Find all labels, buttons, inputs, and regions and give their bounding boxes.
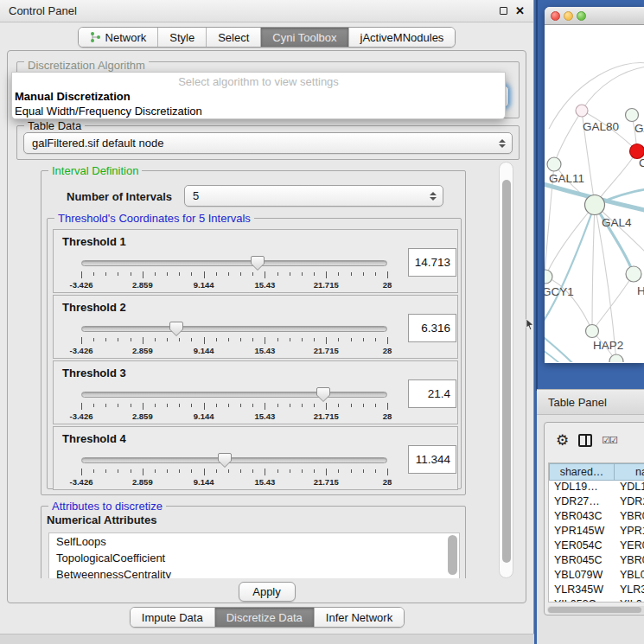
table-cell: YDR2	[615, 495, 644, 510]
threshold-value-field[interactable]: 11.344	[408, 445, 456, 474]
attribute-list-item[interactable]: TopologicalCoefficient	[49, 550, 459, 566]
tick-mark	[252, 272, 253, 276]
node-bottom-partial[interactable]	[609, 354, 623, 362]
tick-mark	[314, 272, 315, 276]
slider-ticks	[81, 469, 387, 476]
node-top-right[interactable]	[626, 109, 639, 122]
network-window-titlebar[interactable]	[545, 7, 644, 25]
close-traffic-light-icon[interactable]	[551, 11, 560, 21]
scrollbar-thumb[interactable]	[502, 180, 511, 563]
minimize-traffic-light-icon[interactable]	[564, 11, 573, 21]
tick-mark	[265, 271, 265, 278]
float-window-icon[interactable]	[500, 7, 507, 15]
dropdown-option[interactable]: Equal Width/Frequency Discretization	[12, 104, 505, 118]
tab-discretize-data[interactable]: Discretize Data	[215, 608, 315, 627]
table-data-select[interactable]: galFiltered.sif default node	[23, 132, 513, 154]
zoom-traffic-light-icon[interactable]	[577, 11, 586, 21]
threshold-label: Threshold 4	[62, 432, 126, 445]
tab-select[interactable]: Select	[207, 28, 261, 47]
tick-mark	[277, 338, 278, 341]
tick-label: 2.859	[132, 477, 153, 487]
slider-track[interactable]	[81, 392, 387, 398]
tick-mark	[326, 337, 327, 344]
node-gal4[interactable]	[585, 195, 605, 215]
node-hap2[interactable]	[586, 325, 599, 338]
threshold-value-field[interactable]: 6.316	[408, 314, 456, 342]
tick-label: 9.144	[194, 280, 214, 290]
numerical-attributes-list[interactable]: SelfLoopsTopologicalCoefficientBetweenne…	[48, 532, 460, 578]
table-row[interactable]: YIL053CYIL0	[549, 598, 644, 603]
column-header-1[interactable]: shared…	[549, 463, 615, 481]
threshold-slider[interactable]: -3.4262.8599.14415.4321.71528	[81, 453, 387, 488]
column-layout-icon[interactable]	[578, 434, 592, 447]
close-icon[interactable]: ✕	[515, 5, 525, 16]
node-gal11[interactable]	[547, 157, 561, 171]
table-row[interactable]: YDR27…YDR2	[549, 495, 644, 510]
node-gcy1[interactable]	[545, 270, 552, 284]
dropdown-option[interactable]: Manual Discretization	[12, 89, 505, 104]
table-cell: YER054C	[549, 539, 615, 554]
table-row[interactable]: YBR043CYBR0	[549, 510, 644, 525]
tick-mark	[363, 272, 364, 276]
tick-mark	[326, 403, 327, 410]
slider-track[interactable]	[81, 457, 387, 463]
tab-jactivemnodules[interactable]: jActiveMNodules	[349, 28, 456, 47]
label-c-clipped: C	[639, 156, 644, 169]
tab-impute-data[interactable]: Impute Data	[131, 608, 215, 627]
tick-mark	[326, 469, 327, 475]
attribute-list-item[interactable]: SelfLoops	[49, 533, 459, 550]
hscrollbar-thumb[interactable]	[548, 607, 641, 613]
settings-vertical-scrollbar[interactable]	[499, 162, 513, 578]
tick-mark	[118, 272, 118, 276]
threshold-slider[interactable]: -3.4262.8599.14415.4321.71528	[81, 256, 387, 290]
mouse-cursor	[526, 319, 534, 334]
tick-label: 28	[383, 477, 392, 487]
threshold-slider[interactable]: -3.4262.8599.14415.4321.71528	[81, 387, 387, 422]
tick-mark	[204, 271, 205, 278]
threshold-value-field[interactable]: 14.713	[408, 248, 456, 277]
tab-cyni-toolbox[interactable]: Cyni Toolbox	[261, 28, 348, 47]
table-row[interactable]: YDL19…YDL1	[549, 481, 644, 495]
tab-infer-network[interactable]: Infer Network	[315, 608, 404, 627]
table-row[interactable]: YER054CYER0	[549, 539, 644, 554]
tick-label: 9.144	[194, 477, 214, 487]
select-columns-icon[interactable]: ☑☑	[602, 435, 617, 446]
tick-label: 21.715	[314, 280, 339, 290]
threshold-slider[interactable]: -3.4262.8599.14415.4321.71528	[81, 322, 387, 356]
tick-mark	[81, 403, 82, 410]
interval-definition-group: Interval Definition Number of Intervals …	[41, 170, 466, 495]
table-row[interactable]: YLR345WYLR3	[549, 583, 644, 598]
slider-handle[interactable]	[169, 321, 183, 337]
attribute-list-item[interactable]: BetweennessCentrality	[49, 566, 459, 578]
slider-handle[interactable]	[251, 255, 265, 271]
slider-handle[interactable]	[218, 452, 232, 469]
tick-mark	[363, 404, 364, 407]
tick-label: -3.426	[70, 346, 93, 355]
node-gal80[interactable]	[576, 105, 588, 117]
column-header-2[interactable]: name	[615, 463, 644, 481]
table-horizontal-scrollbar[interactable]	[547, 606, 644, 614]
tick-mark	[375, 469, 376, 473]
slider-track[interactable]	[81, 326, 387, 332]
table-row[interactable]: YBR045CYBR0	[549, 554, 644, 569]
slider-tick-labels: -3.4262.8599.14415.4321.71528	[81, 411, 387, 422]
tab-style[interactable]: Style	[158, 28, 207, 47]
tick-mark	[240, 338, 241, 341]
tick-mark	[363, 338, 364, 341]
table-row[interactable]: YBL079WYBL0	[549, 569, 644, 583]
table-row[interactable]: YPR145WYPR1	[549, 525, 644, 539]
tab-network[interactable]: Network	[79, 28, 159, 47]
apply-button[interactable]: Apply	[239, 582, 296, 602]
gear-icon[interactable]: ⚙	[556, 433, 569, 448]
list-scrollbar-thumb[interactable]	[448, 535, 457, 575]
node-h[interactable]	[626, 266, 641, 282]
slider-track[interactable]	[81, 260, 387, 266]
slider-handle[interactable]	[316, 386, 330, 403]
tick-mark	[338, 469, 339, 473]
control-panel-window: Control Panel ✕ NetworkStyleSelectCyni T…	[0, 0, 534, 644]
label-hap2: HAP2	[593, 339, 623, 352]
threshold-value-field[interactable]: 21.4	[408, 379, 456, 408]
network-canvas[interactable]: GAL80 GA C GAL11 GAL4 GCY1 H HAP2	[545, 25, 644, 362]
number-of-intervals-select[interactable]: 5	[184, 185, 443, 207]
tick-mark	[191, 469, 192, 473]
